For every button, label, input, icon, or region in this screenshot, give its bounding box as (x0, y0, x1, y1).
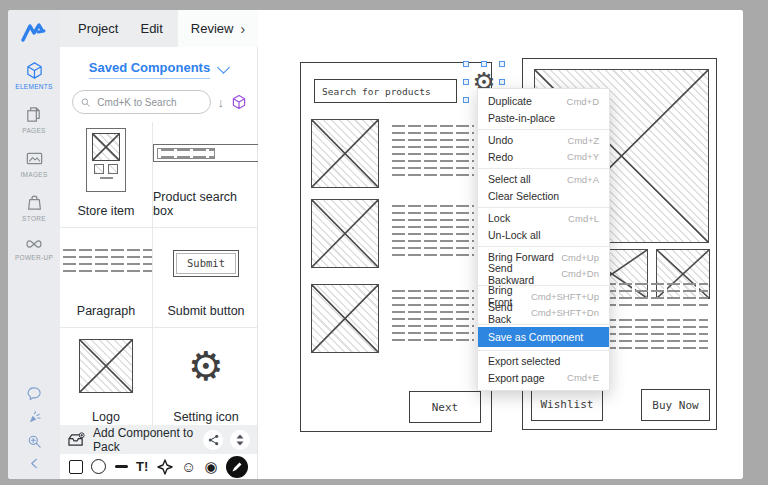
menu-item-send-backward[interactable]: Send BackwardCmd+Dn (478, 266, 609, 283)
menu-item-lock[interactable]: LockCmd+L (478, 210, 609, 227)
design-canvas[interactable]: Search for products Next Wishlist Buy No… (258, 10, 743, 479)
chevron-down-icon[interactable] (217, 61, 230, 74)
sidebar-item-images[interactable]: IMAGES (20, 149, 47, 178)
buy-now-button-sketch[interactable]: Buy Now (641, 389, 710, 421)
ellipse-tool[interactable] (91, 459, 106, 474)
download-arrow-icon[interactable]: ↓ (218, 95, 225, 110)
product-text-scribble[interactable] (389, 205, 474, 258)
pages-icon (24, 105, 43, 124)
line-icon (115, 465, 128, 468)
menu-separator (478, 168, 609, 169)
target-tool[interactable]: ◉ (205, 458, 218, 476)
pen-icon (231, 461, 243, 473)
menu-item-export-selected[interactable]: Export selected (478, 353, 609, 370)
component-paragraph[interactable]: Paragraph (60, 228, 153, 328)
wishlist-button-sketch[interactable]: Wishlist (531, 387, 603, 421)
product-image-placeholder[interactable] (311, 119, 379, 188)
mini-squares (94, 164, 118, 174)
celebrate-icon[interactable] (27, 410, 42, 425)
text-tool[interactable]: T! (136, 459, 148, 474)
product-text-scribble[interactable] (389, 125, 474, 178)
emoji-tool[interactable]: ☺ (181, 458, 196, 475)
component-product-search-box[interactable]: Product search box (153, 122, 259, 228)
component-search[interactable] (72, 90, 211, 114)
rectangle-tool[interactable] (69, 460, 83, 474)
search-input[interactable] (95, 96, 201, 109)
component-grid: Store item Product search box Paragraph (60, 122, 257, 433)
line-tool[interactable] (115, 465, 128, 468)
sidebar-item-power-up[interactable]: POWER-UP (15, 237, 53, 261)
component-logo[interactable]: Logo (60, 328, 153, 433)
purple-cube-icon[interactable] (231, 94, 247, 110)
menu-item-select-all[interactable]: Select allCmd+A (478, 171, 609, 188)
comment-icon[interactable] (27, 386, 42, 401)
share-button[interactable] (203, 430, 223, 450)
square-icon (69, 460, 83, 474)
panel-title[interactable]: Saved Components (89, 60, 210, 79)
sidebar-item-store[interactable]: STORE (22, 193, 46, 222)
menu-item-save-as-component[interactable]: Save as Component (478, 327, 609, 347)
menu-item-export-page[interactable]: Export pageCmd+E (478, 370, 609, 387)
search-row: ↓ (72, 90, 247, 114)
menu-separator (478, 207, 609, 208)
sidebar-item-label: ELEMENTS (15, 83, 52, 90)
product-image-placeholder[interactable] (311, 199, 379, 268)
panel-title-row: Saved Components (60, 47, 257, 79)
menu-item-unlock-all[interactable]: Un-Lock all (478, 227, 609, 244)
sketch-search-box[interactable]: Search for products (314, 79, 457, 103)
menu-item-duplicate[interactable]: DuplicateCmd+D (478, 93, 609, 110)
sidebar-item-elements[interactable]: ELEMENTS (15, 61, 52, 90)
product-image-placeholder[interactable] (311, 284, 379, 353)
search-box-inner (157, 148, 215, 159)
product-text-scribble[interactable] (389, 290, 474, 343)
component-submit-button[interactable]: Submit Submit button (153, 228, 259, 328)
collapse-chevron-icon[interactable] (29, 458, 40, 469)
zoom-icon[interactable] (27, 434, 42, 449)
menu-project[interactable]: Project (78, 21, 118, 36)
menu-separator (478, 246, 609, 247)
add-component-label[interactable]: Add Component to Pack (93, 426, 196, 454)
menu-item-clear-selection[interactable]: Clear Selection (478, 188, 609, 205)
context-menu: DuplicateCmd+D Paste-in-place UndoCmd+Z … (477, 88, 610, 391)
menu-item-redo[interactable]: RedoCmd+Y (478, 149, 609, 166)
gear-icon: ⚙ (188, 346, 224, 386)
selection-handle[interactable] (499, 61, 505, 67)
component-label: Setting icon (173, 410, 238, 424)
image-placeholder (92, 133, 120, 161)
left-icon-rail: ELEMENTS PAGES IMAGES STORE (8, 10, 60, 479)
menu-item-undo[interactable]: UndoCmd+Z (478, 132, 609, 149)
menu-item-paste-in-place[interactable]: Paste-in-place (478, 110, 609, 127)
selection-handle[interactable] (463, 97, 469, 103)
wireframe-page-1[interactable]: Search for products Next (300, 62, 492, 432)
sidebar-item-label: IMAGES (20, 171, 47, 178)
component-label: Logo (92, 410, 120, 424)
menu-edit[interactable]: Edit (140, 21, 162, 36)
cube-icon (25, 61, 44, 80)
selection-handle[interactable] (481, 61, 487, 67)
menubar: Project Edit Review › (60, 10, 258, 48)
sidebar-item-pages[interactable]: PAGES (22, 105, 45, 134)
component-label: Paragraph (77, 304, 135, 318)
selection-handle[interactable] (499, 79, 505, 85)
component-setting-icon[interactable]: ⚙ Setting icon (153, 328, 259, 433)
circle-icon (91, 459, 106, 474)
tab-review[interactable]: Review › (178, 10, 258, 47)
selection-handle[interactable] (463, 61, 469, 67)
product-search-thumb (153, 122, 259, 184)
move-tool[interactable] (157, 459, 173, 475)
app-logo[interactable] (21, 20, 47, 46)
next-button-sketch[interactable]: Next (409, 391, 481, 423)
component-store-item[interactable]: Store item (60, 122, 153, 228)
menu-item-send-back[interactable]: Send BackCmd+SHFT+Dn (478, 305, 609, 322)
draw-tool-active[interactable] (226, 456, 248, 478)
gear-thumb-wrap: ⚙ (153, 328, 259, 404)
mini-square (94, 164, 104, 174)
image-icon (25, 149, 44, 168)
menu-separator (478, 129, 609, 130)
mini-scribble (97, 177, 115, 182)
sidebar-item-label: PAGES (22, 127, 45, 134)
reorder-button[interactable] (230, 430, 250, 450)
selection-handle[interactable] (463, 79, 469, 85)
sidebar-item-label: STORE (22, 215, 46, 222)
paragraph-thumb (60, 228, 152, 298)
